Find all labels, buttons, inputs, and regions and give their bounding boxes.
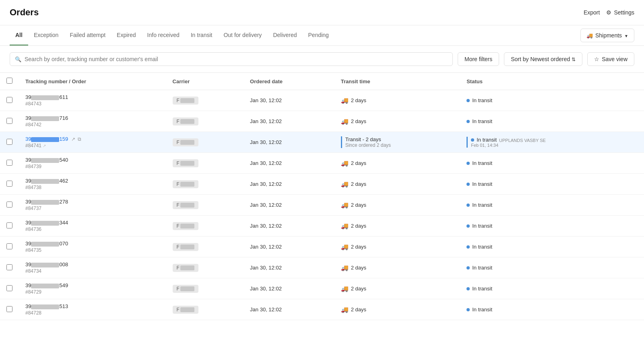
carrier-pill: F	[173, 222, 198, 230]
save-view-button[interactable]: Save view	[587, 52, 634, 66]
status-cell: In transit UPPLANDS VASBY SE Feb 01, 14:…	[460, 132, 644, 153]
select-all-checkbox[interactable]	[6, 78, 12, 84]
status-text: In transit	[477, 137, 497, 143]
ext-link-icon[interactable]: ↗	[71, 136, 75, 142]
truck-small-icon: 🚚	[341, 181, 349, 188]
transit-days: 2 days	[351, 202, 366, 208]
status-text: In transit	[472, 97, 492, 103]
transit-days: 2 days	[351, 223, 366, 229]
row-checkbox[interactable]	[6, 118, 12, 124]
row-checkbox[interactable]	[6, 264, 12, 270]
status-dot	[466, 99, 470, 102]
col-status: Status	[460, 73, 644, 90]
tracking-number: 39513	[25, 303, 160, 309]
order-ext-link-icon[interactable]: ↗	[43, 144, 46, 148]
order-number: #84729	[25, 289, 160, 295]
settings-label: Settings	[614, 9, 634, 16]
tab-pending[interactable]: Pending	[303, 25, 334, 45]
tracking-cell: 39513 #84728	[19, 299, 166, 320]
status-row: In transit	[466, 265, 638, 271]
transit-days: 2 days	[351, 265, 366, 271]
tracking-cell: 39462 #84738	[19, 174, 166, 195]
row-checkbox[interactable]	[6, 285, 12, 291]
status-cell: In transit	[460, 111, 644, 132]
status-row: In transit	[466, 160, 638, 166]
tab-expired[interactable]: Expired	[111, 25, 141, 45]
select-all-header[interactable]	[0, 73, 19, 90]
transit-days: 2 days	[351, 181, 366, 187]
carrier-pill: F	[173, 97, 198, 105]
tab-failed-attempt[interactable]: Failed attempt	[64, 25, 111, 45]
carrier-cell: F	[166, 195, 244, 216]
order-number: #84737	[25, 206, 160, 211]
transit-cell: 🚚 2 days	[341, 160, 454, 167]
sort-button[interactable]: Sort by Newest ordered	[504, 52, 582, 66]
order-number: #84739	[25, 164, 160, 169]
status-row: In transit	[466, 181, 638, 187]
page-title: Orders	[10, 7, 39, 18]
carrier-cell: F	[166, 216, 244, 237]
transit-cell: 🚚 2 days	[341, 243, 454, 251]
truck-small-icon: 🚚	[341, 222, 349, 230]
carrier-pill: F	[173, 180, 198, 188]
more-filters-button[interactable]: More filters	[458, 52, 499, 66]
status-dot	[466, 224, 470, 228]
search-input[interactable]	[25, 56, 448, 62]
tab-all[interactable]: All	[10, 25, 28, 45]
row-checkbox-cell	[0, 174, 19, 195]
tracking-cell: 39540 #84739	[19, 153, 166, 174]
search-box[interactable]	[10, 52, 453, 66]
tab-exception[interactable]: Exception	[28, 25, 64, 45]
status-detail-highlighted: In transit UPPLANDS VASBY SE Feb 01, 14:…	[466, 137, 638, 148]
tab-delivered[interactable]: Delivered	[267, 25, 302, 45]
tab-in-transit[interactable]: In transit	[185, 25, 218, 45]
row-checkbox[interactable]	[6, 222, 12, 228]
row-checkbox-cell	[0, 216, 19, 237]
carrier-cell: F	[166, 153, 244, 174]
export-button[interactable]: Export	[584, 9, 600, 16]
table-row: 39070 #84735 FJan 30, 12:02 🚚 2 days In …	[0, 237, 644, 257]
row-checkbox[interactable]	[6, 243, 12, 249]
row-checkbox[interactable]	[6, 139, 12, 145]
truck-icon	[586, 32, 593, 39]
col-ordered-date: Ordered date	[244, 73, 334, 90]
table-row: 39278 #84737 FJan 30, 12:02 🚚 2 days In …	[0, 195, 644, 216]
status-row: In transit	[466, 202, 638, 208]
table-row: 39513 #84728 FJan 30, 12:02 🚚 2 days In …	[0, 299, 644, 320]
status-row: In transit	[466, 223, 638, 229]
table-row: 39008 #84734 FJan 30, 12:02 🚚 2 days In …	[0, 257, 644, 278]
search-icon	[15, 56, 21, 62]
row-checkbox[interactable]	[6, 160, 12, 166]
row-checkbox[interactable]	[6, 306, 12, 312]
row-checkbox[interactable]	[6, 202, 12, 208]
star-icon	[594, 56, 599, 62]
order-number: #84728	[25, 310, 160, 316]
transit-time-cell: 🚚 2 days	[334, 216, 460, 237]
truck-small-icon: 🚚	[341, 243, 349, 251]
tracking-cell: 39278 #84737	[19, 195, 166, 216]
transit-time-cell: 🚚 2 days	[334, 153, 460, 174]
row-checkbox[interactable]	[6, 97, 12, 103]
table-row: 39159 ↗ ⧉ #84741 ↗ FJan 30, 12:02 Transi…	[0, 132, 644, 153]
toolbar: More filters Sort by Newest ordered Save…	[0, 46, 644, 73]
status-cell: In transit	[460, 174, 644, 195]
header: Orders Export Settings	[0, 0, 644, 25]
app-container: Orders Export Settings All Exception Fai…	[0, 0, 644, 362]
tabs: All Exception Failed attempt Expired Inf…	[10, 25, 334, 45]
order-number: #84741 ↗	[25, 143, 160, 148]
ordered-date-cell: Jan 30, 12:02	[244, 237, 334, 257]
carrier-cell: F	[166, 90, 244, 111]
transit-days: 2 days	[351, 286, 366, 292]
row-checkbox[interactable]	[6, 181, 12, 187]
status-text: In transit	[472, 265, 492, 271]
order-number: #84743	[25, 101, 160, 107]
shipments-button[interactable]: Shipments	[580, 29, 634, 42]
row-checkbox-cell	[0, 257, 19, 278]
tracking-link[interactable]: 39159	[25, 136, 68, 142]
order-number: #84735	[25, 247, 160, 253]
copy-icon[interactable]: ⧉	[78, 136, 81, 142]
settings-button[interactable]: Settings	[606, 9, 634, 16]
tab-out-for-delivery[interactable]: Out for delivery	[218, 25, 267, 45]
status-text: In transit	[472, 306, 492, 313]
tab-info-received[interactable]: Info received	[142, 25, 185, 45]
